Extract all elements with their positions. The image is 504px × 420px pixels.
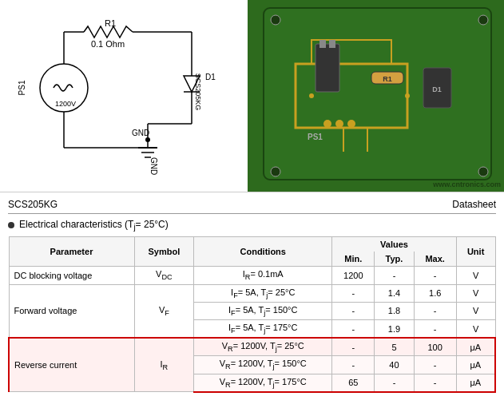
typ-cell: 1.8	[375, 302, 414, 319]
d1-label: D1	[205, 73, 216, 81]
unit-cell: V	[456, 284, 495, 302]
datasheet-header: SCS205KG Datasheet	[8, 196, 496, 214]
min-cell: 1200	[332, 267, 375, 284]
max-cell: -	[414, 267, 456, 284]
svg-text:D1: D1	[432, 85, 442, 93]
svg-point-19	[145, 137, 150, 142]
reverse-current-param: Reverse current	[9, 338, 134, 392]
part-number-label: SCS205KG	[8, 199, 58, 210]
watermark: www.cntronics.com	[433, 180, 501, 188]
ps1-voltage: 1200V	[55, 100, 76, 108]
svg-rect-26	[315, 44, 339, 92]
unit-cell: V	[456, 267, 495, 284]
max-cell: -	[414, 374, 456, 392]
min-cell: -	[332, 302, 375, 319]
conditions-cell: VR= 1200V, Tj= 25°C	[194, 338, 332, 356]
typ-cell: 40	[375, 356, 414, 374]
datasheet-section: SCS205KG Datasheet Electrical characteri…	[0, 192, 504, 396]
typ-cell: 5	[375, 338, 414, 356]
min-header: Min.	[332, 252, 375, 267]
characteristics-label: Electrical characteristics (Tj= 25°C)	[8, 219, 496, 232]
conditions-cell: IR= 0.1mA	[194, 267, 332, 284]
typ-cell: 1.9	[375, 319, 414, 338]
gnd-label2: GND	[132, 129, 149, 137]
svg-rect-27	[319, 40, 326, 48]
unit-cell: μA	[456, 374, 495, 392]
svg-text:PS1: PS1	[308, 133, 323, 141]
max-cell: -	[414, 356, 456, 374]
conditions-cell: IF= 5A, Tj= 25°C	[194, 284, 332, 302]
typ-cell: -	[375, 374, 414, 392]
unit-cell: V	[456, 302, 495, 319]
max-header: Max.	[414, 252, 456, 267]
min-cell: 65	[332, 374, 375, 392]
conditions-cell: VR= 1200V, Tj= 175°C	[194, 374, 332, 392]
datasheet-label: Datasheet	[452, 199, 496, 210]
bullet-icon	[8, 222, 14, 228]
min-cell: -	[332, 319, 375, 338]
svg-text:R1: R1	[383, 75, 392, 83]
ps1-label: PS1	[18, 80, 26, 95]
svg-point-24	[271, 167, 280, 176]
conditions-cell: IF= 5A, Tj= 150°C	[194, 302, 332, 319]
circuit-diagram: R1 0.1 Ohm PS1 1200V	[0, 0, 248, 192]
svg-point-38	[405, 93, 410, 98]
symbol-cell: VDC	[134, 267, 194, 284]
unit-header: Unit	[456, 237, 495, 267]
max-cell: 100	[414, 338, 456, 356]
max-cell: -	[414, 319, 456, 338]
svg-point-34	[323, 120, 331, 128]
unit-cell: μA	[456, 356, 495, 374]
svg-point-37	[309, 93, 314, 98]
char-title: Electrical characteristics (Tj= 25°C)	[19, 219, 169, 232]
max-cell: -	[414, 302, 456, 319]
symbol-cell: IR	[134, 338, 194, 392]
unit-cell: V	[456, 319, 495, 338]
pcb-photo: R1 D1 PS1 www.cntronics.com	[248, 0, 504, 192]
symbol-cell: VF	[134, 284, 194, 338]
param-cell: Forward voltage	[9, 284, 134, 338]
svg-point-35	[335, 120, 343, 128]
param-cell: DC blocking voltage	[9, 267, 134, 284]
svg-rect-28	[329, 40, 335, 48]
max-cell: 1.6	[414, 284, 456, 302]
typ-header: Typ.	[375, 252, 414, 267]
typ-cell: 1.4	[375, 284, 414, 302]
min-cell: -	[332, 338, 375, 356]
table-row: Forward voltage VF IF= 5A, Tj= 25°C - 1.…	[9, 284, 495, 302]
conditions-cell: VR= 1200V, Tj= 150°C	[194, 356, 332, 374]
values-header: Values	[332, 237, 456, 252]
svg-rect-21	[264, 8, 491, 180]
param-header: Parameter	[9, 237, 134, 267]
conditions-cell: IF= 5A, Tj= 175°C	[194, 319, 332, 338]
svg-point-25	[478, 167, 488, 176]
typ-cell: -	[375, 267, 414, 284]
diode-part-label: SCS205KG	[194, 73, 202, 111]
gnd-label: GND	[149, 157, 158, 175]
svg-point-36	[347, 120, 355, 128]
svg-point-23	[478, 15, 488, 25]
characteristics-table: Parameter Symbol Conditions Values Unit …	[8, 236, 496, 392]
symbol-header: Symbol	[134, 237, 194, 267]
min-cell: -	[332, 284, 375, 302]
table-row: Reverse current IR VR= 1200V, Tj= 25°C -…	[9, 338, 495, 356]
svg-point-22	[271, 15, 280, 25]
unit-cell: μA	[456, 338, 495, 356]
r1-value: 0.1 Ohm	[91, 39, 125, 49]
table-row: DC blocking voltage VDC IR= 0.1mA 1200 -…	[9, 267, 495, 284]
min-cell: -	[332, 356, 375, 374]
conditions-header: Conditions	[194, 237, 332, 267]
